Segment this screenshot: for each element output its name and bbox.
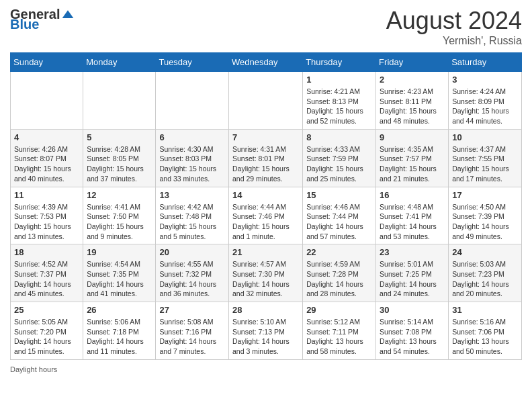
calendar-cell: 27Sunrise: 5:08 AM Sunset: 7:16 PM Dayli… bbox=[156, 302, 229, 360]
calendar-cell: 15Sunrise: 4:46 AM Sunset: 7:44 PM Dayli… bbox=[303, 187, 376, 244]
calendar-cell bbox=[11, 72, 83, 130]
day-number: 29 bbox=[306, 305, 372, 315]
calendar-cell: 16Sunrise: 4:48 AM Sunset: 7:41 PM Dayli… bbox=[376, 187, 449, 244]
calendar-cell: 5Sunrise: 4:28 AM Sunset: 8:05 PM Daylig… bbox=[83, 129, 156, 187]
day-number: 15 bbox=[306, 190, 372, 200]
calendar-cell: 4Sunrise: 4:26 AM Sunset: 8:07 PM Daylig… bbox=[11, 129, 83, 187]
day-info: Sunrise: 4:42 AM Sunset: 7:48 PM Dayligh… bbox=[159, 202, 225, 242]
calendar-cell: 30Sunrise: 5:14 AM Sunset: 7:08 PM Dayli… bbox=[376, 302, 449, 360]
calendar-day-header-thursday: Thursday bbox=[303, 53, 376, 72]
calendar-day-header-monday: Monday bbox=[83, 53, 156, 72]
day-info: Sunrise: 4:39 AM Sunset: 7:53 PM Dayligh… bbox=[14, 202, 79, 242]
day-number: 14 bbox=[232, 190, 299, 200]
day-info: Sunrise: 4:23 AM Sunset: 8:11 PM Dayligh… bbox=[380, 87, 445, 126]
day-info: Sunrise: 4:48 AM Sunset: 7:41 PM Dayligh… bbox=[380, 202, 445, 242]
calendar-cell: 10Sunrise: 4:37 AM Sunset: 7:55 PM Dayli… bbox=[449, 129, 522, 187]
calendar-cell: 11Sunrise: 4:39 AM Sunset: 7:53 PM Dayli… bbox=[11, 187, 83, 244]
day-number: 26 bbox=[87, 305, 152, 315]
calendar-cell: 26Sunrise: 5:06 AM Sunset: 7:18 PM Dayli… bbox=[83, 302, 156, 360]
calendar-cell: 3Sunrise: 4:24 AM Sunset: 8:09 PM Daylig… bbox=[449, 72, 522, 130]
calendar-day-header-tuesday: Tuesday bbox=[156, 53, 229, 72]
calendar-cell: 2Sunrise: 4:23 AM Sunset: 8:11 PM Daylig… bbox=[376, 72, 449, 130]
calendar-week-row: 25Sunrise: 5:05 AM Sunset: 7:20 PM Dayli… bbox=[11, 302, 522, 360]
day-info: Sunrise: 4:54 AM Sunset: 7:35 PM Dayligh… bbox=[87, 259, 152, 299]
calendar-cell: 25Sunrise: 5:05 AM Sunset: 7:20 PM Dayli… bbox=[11, 302, 83, 360]
calendar-week-row: 4Sunrise: 4:26 AM Sunset: 8:07 PM Daylig… bbox=[11, 129, 522, 187]
day-number: 25 bbox=[14, 305, 79, 315]
day-info: Sunrise: 4:30 AM Sunset: 8:03 PM Dayligh… bbox=[159, 144, 225, 184]
day-info: Sunrise: 4:37 AM Sunset: 7:55 PM Dayligh… bbox=[452, 144, 518, 184]
calendar-day-header-saturday: Saturday bbox=[449, 53, 522, 72]
day-number: 19 bbox=[87, 247, 152, 257]
day-info: Sunrise: 5:16 AM Sunset: 7:06 PM Dayligh… bbox=[452, 317, 518, 357]
day-number: 3 bbox=[452, 75, 518, 85]
day-info: Sunrise: 4:33 AM Sunset: 7:59 PM Dayligh… bbox=[306, 144, 372, 184]
calendar-cell: 12Sunrise: 4:41 AM Sunset: 7:50 PM Dayli… bbox=[83, 187, 156, 244]
page-header: General Blue August 2024 Yermish', Russi… bbox=[10, 7, 522, 47]
day-number: 18 bbox=[14, 247, 79, 257]
title-section: August 2024 Yermish', Russia bbox=[386, 7, 522, 47]
calendar-week-row: 1Sunrise: 4:21 AM Sunset: 8:13 PM Daylig… bbox=[11, 72, 522, 130]
logo: General Blue bbox=[10, 7, 75, 32]
day-info: Sunrise: 4:55 AM Sunset: 7:32 PM Dayligh… bbox=[159, 259, 225, 299]
day-info: Sunrise: 5:08 AM Sunset: 7:16 PM Dayligh… bbox=[159, 317, 225, 357]
day-info: Sunrise: 5:03 AM Sunset: 7:23 PM Dayligh… bbox=[452, 259, 518, 299]
calendar-cell bbox=[229, 72, 303, 130]
day-info: Sunrise: 4:50 AM Sunset: 7:39 PM Dayligh… bbox=[452, 202, 518, 242]
day-number: 27 bbox=[159, 305, 225, 315]
calendar-cell: 13Sunrise: 4:42 AM Sunset: 7:48 PM Dayli… bbox=[156, 187, 229, 244]
calendar-day-header-friday: Friday bbox=[376, 53, 449, 72]
day-info: Sunrise: 4:26 AM Sunset: 8:07 PM Dayligh… bbox=[14, 144, 79, 184]
calendar-cell: 1Sunrise: 4:21 AM Sunset: 8:13 PM Daylig… bbox=[303, 72, 376, 130]
calendar-cell: 31Sunrise: 5:16 AM Sunset: 7:06 PM Dayli… bbox=[449, 302, 522, 360]
month-year-title: August 2024 bbox=[386, 7, 522, 35]
calendar-day-header-sunday: Sunday bbox=[11, 53, 83, 72]
day-number: 8 bbox=[306, 132, 372, 142]
day-number: 2 bbox=[380, 75, 445, 85]
day-number: 5 bbox=[87, 132, 152, 142]
calendar-cell: 6Sunrise: 4:30 AM Sunset: 8:03 PM Daylig… bbox=[156, 129, 229, 187]
day-info: Sunrise: 4:41 AM Sunset: 7:50 PM Dayligh… bbox=[87, 202, 152, 242]
day-number: 7 bbox=[232, 132, 299, 142]
calendar-header-row: SundayMondayTuesdayWednesdayThursdayFrid… bbox=[11, 53, 522, 72]
day-number: 10 bbox=[452, 132, 518, 142]
day-number: 23 bbox=[380, 247, 445, 257]
day-number: 13 bbox=[159, 190, 225, 200]
location-subtitle: Yermish', Russia bbox=[386, 35, 522, 47]
calendar-cell: 14Sunrise: 4:44 AM Sunset: 7:46 PM Dayli… bbox=[229, 187, 303, 244]
calendar-cell: 8Sunrise: 4:33 AM Sunset: 7:59 PM Daylig… bbox=[303, 129, 376, 187]
calendar-cell: 23Sunrise: 5:01 AM Sunset: 7:25 PM Dayli… bbox=[376, 244, 449, 302]
day-number: 20 bbox=[159, 247, 225, 257]
day-number: 16 bbox=[380, 190, 445, 200]
daylight-label: Daylight hours bbox=[10, 365, 57, 373]
day-info: Sunrise: 4:31 AM Sunset: 8:01 PM Dayligh… bbox=[232, 144, 299, 184]
calendar-cell: 7Sunrise: 4:31 AM Sunset: 8:01 PM Daylig… bbox=[229, 129, 303, 187]
day-info: Sunrise: 4:28 AM Sunset: 8:05 PM Dayligh… bbox=[87, 144, 152, 184]
day-number: 4 bbox=[14, 132, 79, 142]
day-number: 9 bbox=[380, 132, 445, 142]
day-number: 22 bbox=[306, 247, 372, 257]
calendar-cell bbox=[83, 72, 156, 130]
day-info: Sunrise: 4:59 AM Sunset: 7:28 PM Dayligh… bbox=[306, 259, 372, 299]
day-info: Sunrise: 4:52 AM Sunset: 7:37 PM Dayligh… bbox=[14, 259, 79, 299]
day-info: Sunrise: 4:44 AM Sunset: 7:46 PM Dayligh… bbox=[232, 202, 299, 242]
calendar-day-header-wednesday: Wednesday bbox=[229, 53, 303, 72]
svg-marker-0 bbox=[62, 10, 74, 18]
day-number: 21 bbox=[232, 247, 299, 257]
day-number: 6 bbox=[159, 132, 225, 142]
calendar-cell: 20Sunrise: 4:55 AM Sunset: 7:32 PM Dayli… bbox=[156, 244, 229, 302]
day-info: Sunrise: 5:05 AM Sunset: 7:20 PM Dayligh… bbox=[14, 317, 79, 357]
calendar-cell: 18Sunrise: 4:52 AM Sunset: 7:37 PM Dayli… bbox=[11, 244, 83, 302]
day-number: 24 bbox=[452, 247, 518, 257]
day-number: 12 bbox=[87, 190, 152, 200]
day-info: Sunrise: 4:21 AM Sunset: 8:13 PM Dayligh… bbox=[306, 87, 372, 126]
calendar-cell: 22Sunrise: 4:59 AM Sunset: 7:28 PM Dayli… bbox=[303, 244, 376, 302]
calendar-cell: 24Sunrise: 5:03 AM Sunset: 7:23 PM Dayli… bbox=[449, 244, 522, 302]
calendar-cell bbox=[156, 72, 229, 130]
calendar-cell: 19Sunrise: 4:54 AM Sunset: 7:35 PM Dayli… bbox=[83, 244, 156, 302]
day-info: Sunrise: 4:46 AM Sunset: 7:44 PM Dayligh… bbox=[306, 202, 372, 242]
calendar-cell: 29Sunrise: 5:12 AM Sunset: 7:11 PM Dayli… bbox=[303, 302, 376, 360]
logo-icon bbox=[61, 8, 75, 21]
day-number: 30 bbox=[380, 305, 445, 315]
day-info: Sunrise: 4:24 AM Sunset: 8:09 PM Dayligh… bbox=[452, 87, 518, 126]
